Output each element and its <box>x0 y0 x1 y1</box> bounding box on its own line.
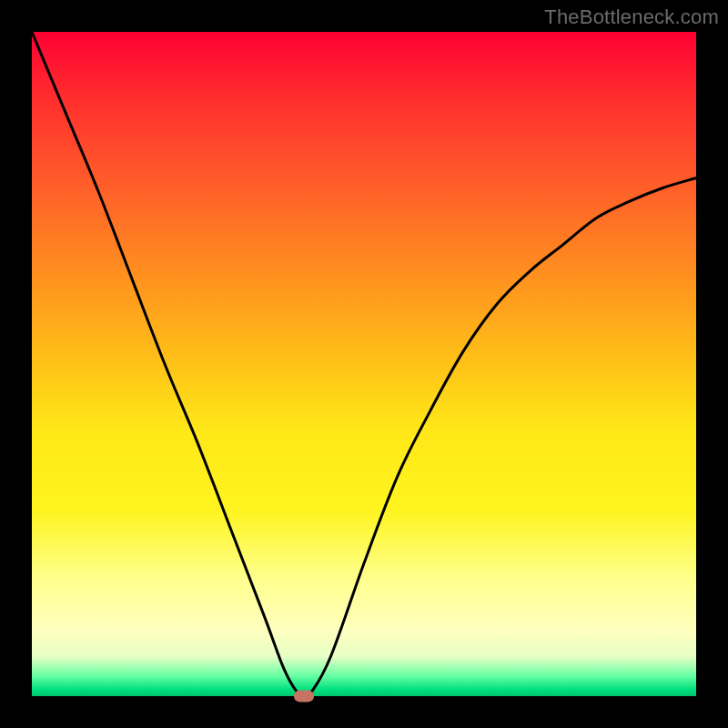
chart-frame: TheBottleneck.com <box>0 0 728 728</box>
v-curve-path <box>32 32 696 696</box>
plot-area <box>32 32 696 696</box>
minimum-marker <box>294 691 314 703</box>
watermark-text: TheBottleneck.com <box>544 5 719 29</box>
